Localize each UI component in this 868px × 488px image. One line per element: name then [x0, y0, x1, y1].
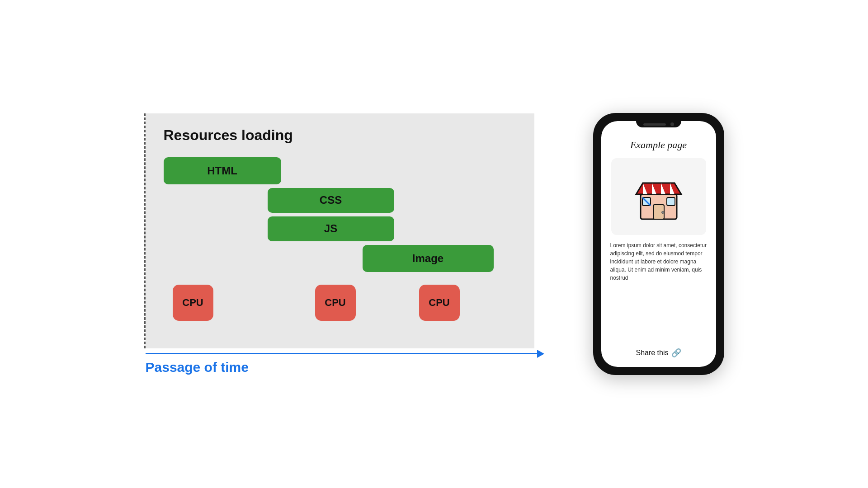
share-link-icon: 🔗 — [671, 348, 681, 358]
cpu-row: CPU CPU CPU — [164, 285, 516, 330]
image-bar-label: Image — [412, 252, 443, 265]
image-bar: Image — [363, 245, 494, 272]
js-bar: JS — [268, 216, 394, 241]
time-axis — [146, 353, 539, 354]
diagram-section: Resources loading HTML CSS — [144, 113, 539, 375]
diagram-inner: Resources loading HTML CSS — [144, 113, 534, 348]
phone-share-button[interactable]: Share this 🔗 — [636, 348, 681, 358]
phone-lorem-text: Lorem ipsum dolor sit amet, consectetur … — [610, 241, 707, 282]
phone-notch — [636, 121, 681, 127]
cpu-box-3: CPU — [419, 285, 460, 321]
phone-section: Example page — [593, 113, 724, 375]
cpu-label-1: CPU — [182, 297, 203, 309]
time-arrow — [146, 353, 539, 354]
diagram-wrapper: Resources loading HTML CSS — [144, 113, 539, 375]
main-container: Resources loading HTML CSS — [0, 86, 868, 402]
cpu-label-2: CPU — [325, 297, 345, 309]
diagram-content: Resources loading HTML CSS — [146, 113, 534, 348]
phone-page-title: Example page — [630, 139, 687, 151]
bar-row-image: Image — [164, 245, 516, 272]
share-label: Share this — [636, 349, 668, 357]
html-bar: HTML — [164, 157, 281, 184]
resource-bars: HTML CSS JS — [164, 157, 516, 330]
time-label: Passage of time — [146, 360, 249, 375]
svg-rect-9 — [667, 197, 675, 206]
css-bar: CSS — [268, 188, 394, 213]
js-bar-label: JS — [324, 222, 337, 235]
phone-device: Example page — [593, 113, 724, 375]
cpu-label-3: CPU — [429, 297, 449, 309]
bar-row-html: HTML — [164, 157, 516, 184]
phone-speaker — [643, 123, 666, 126]
bar-row-css: CSS — [164, 188, 516, 213]
html-bar-label: HTML — [207, 164, 237, 177]
bar-row-js: JS — [164, 216, 516, 241]
css-bar-label: CSS — [320, 194, 342, 206]
store-svg-icon — [632, 169, 686, 224]
cpu-box-1: CPU — [173, 285, 213, 321]
svg-point-10 — [661, 211, 664, 214]
diagram-title: Resources loading — [164, 127, 516, 144]
cpu-box-2: CPU — [315, 285, 356, 321]
phone-camera — [670, 122, 674, 126]
phone-image-box — [611, 158, 706, 235]
phone-screen: Example page — [601, 121, 716, 367]
